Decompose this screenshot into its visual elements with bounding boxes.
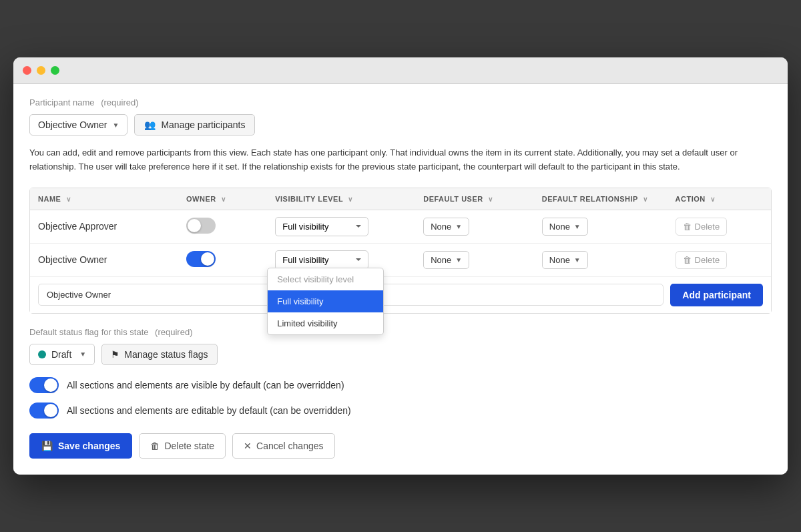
col-header-default-user: DEFAULT USER ∨	[415, 188, 534, 210]
delete-row-button-2[interactable]: 🗑 Delete	[676, 251, 728, 269]
row-name-1: Objective Approver	[30, 210, 178, 243]
default-rel-dropdown-2[interactable]: None ▼	[542, 251, 588, 269]
chevron-down-icon: ▼	[112, 121, 119, 129]
default-user-dropdown-1[interactable]: None ▼	[423, 218, 469, 236]
editable-toggle[interactable]	[29, 403, 59, 419]
editable-toggle-row: All sections and elements are editable b…	[29, 403, 772, 419]
sort-icon-defrel: ∨	[643, 196, 648, 203]
col-header-visibility: VISIBILITY LEVEL ∨	[267, 188, 415, 210]
manage-participants-label: Manage participants	[161, 119, 245, 130]
app-window: Participant name (required) Objective Ow…	[13, 57, 788, 475]
chevron-down-icon: ▼	[574, 223, 581, 230]
visibility-dropdown-menu: Select visibility level Full visibility …	[267, 268, 384, 335]
participant-controls: Objective Owner ▼ 👥 Manage participants	[29, 114, 772, 136]
cancel-label: Cancel changes	[256, 441, 323, 451]
row-default-user-1: None ▼	[415, 210, 534, 243]
delete-row-button-1[interactable]: 🗑 Delete	[676, 218, 728, 236]
titlebar	[13, 57, 788, 84]
save-changes-button[interactable]: 💾 Save changes	[29, 433, 132, 459]
trash-icon: 🗑	[150, 441, 160, 451]
table-row: Objective Owner Full visibility Limited …	[30, 243, 771, 276]
row-action-2: 🗑 Delete	[668, 243, 771, 276]
table-header: NAME ∨ OWNER ∨ VISIBILITY LEVEL ∨ DEFAUL…	[30, 188, 771, 210]
flag-icon: ⚑	[111, 349, 119, 360]
row-visibility-1: Full visibility Limited visibility	[267, 210, 415, 243]
sort-icon-defuser: ∨	[488, 196, 493, 203]
table-body: Objective Approver Full visibility Limit…	[30, 210, 771, 276]
participants-table: NAME ∨ OWNER ∨ VISIBILITY LEVEL ∨ DEFAUL…	[30, 188, 771, 276]
sort-icon-vis: ∨	[348, 196, 353, 203]
delete-state-button[interactable]: 🗑 Delete state	[139, 433, 226, 459]
col-header-default-rel: DEFAULT RELATIONSHIP ∨	[534, 188, 668, 210]
save-label: Save changes	[58, 441, 120, 451]
row-default-rel-1: None ▼	[534, 210, 668, 243]
delete-state-label: Delete state	[164, 441, 214, 451]
vis-option-full[interactable]: Full visibility	[268, 290, 383, 312]
row-action-1: 🗑 Delete	[668, 210, 771, 243]
close-button[interactable]	[23, 66, 31, 75]
toggle-thumb-2	[201, 252, 214, 266]
participants-table-container: NAME ∨ OWNER ∨ VISIBILITY LEVEL ∨ DEFAUL…	[29, 188, 772, 314]
chevron-down-icon: ▼	[455, 223, 462, 230]
manage-status-flags-button[interactable]: ⚑ Manage status flags	[101, 344, 217, 365]
manage-participants-button[interactable]: 👥 Manage participants	[134, 114, 255, 136]
main-content: Participant name (required) Objective Ow…	[13, 84, 788, 475]
toggle-thumb-visible	[44, 378, 57, 392]
vis-option-placeholder[interactable]: Select visibility level	[268, 268, 383, 290]
col-header-action: ACTION ∨	[668, 188, 771, 210]
x-icon: ✕	[244, 441, 252, 451]
sort-icon-action: ∨	[710, 196, 716, 203]
toggle-thumb-editable	[44, 404, 57, 417]
status-controls: Draft ▼ ⚑ Manage status flags	[29, 344, 772, 365]
draft-dropdown[interactable]: Draft ▼	[29, 344, 95, 365]
visibility-select-1[interactable]: Full visibility Limited visibility	[275, 217, 368, 236]
row-name-2: Objective Owner	[30, 243, 178, 276]
sort-icon-owner: ∨	[221, 196, 226, 203]
row-owner-toggle-2	[178, 243, 267, 276]
save-icon: 💾	[41, 441, 53, 451]
maximize-button[interactable]	[51, 66, 59, 75]
chevron-down-icon: ▼	[574, 256, 581, 264]
col-header-owner: OWNER ∨	[178, 188, 267, 210]
owner-toggle-2[interactable]	[186, 251, 216, 267]
add-participant-button[interactable]: Add participant	[670, 284, 763, 306]
visible-toggle-row: All sections and elements are visible by…	[29, 377, 772, 393]
toggle-thumb-1	[188, 219, 201, 232]
sort-icon-name: ∨	[66, 196, 71, 203]
table-row: Objective Approver Full visibility Limit…	[30, 210, 771, 243]
participant-dropdown[interactable]: Objective Owner ▼	[29, 114, 127, 136]
default-rel-dropdown-1[interactable]: None ▼	[542, 218, 588, 236]
visible-toggle[interactable]	[29, 377, 59, 393]
row-owner-toggle-1	[178, 210, 267, 243]
vis-option-limited[interactable]: Limited visibility	[268, 312, 383, 334]
status-section: Default status flag for this state (requ…	[29, 327, 772, 419]
row-visibility-2: Full visibility Limited visibility Selec…	[267, 243, 415, 276]
participant-name-label: Participant name (required)	[29, 97, 772, 107]
row-default-user-2: None ▼	[415, 243, 534, 276]
visibility-select-2[interactable]: Full visibility Limited visibility	[275, 250, 368, 270]
trash-icon: 🗑	[683, 255, 692, 265]
col-header-name: NAME ∨	[30, 188, 178, 210]
manage-flags-label: Manage status flags	[124, 349, 208, 360]
draft-label: Draft	[51, 349, 71, 360]
description-text: You can add, edit and remove participant…	[29, 146, 772, 174]
owner-toggle-1[interactable]	[186, 218, 216, 234]
chevron-down-icon: ▼	[455, 256, 462, 264]
chevron-down-icon: ▼	[79, 350, 86, 358]
row-default-rel-2: None ▼	[534, 243, 668, 276]
default-user-dropdown-2[interactable]: None ▼	[423, 251, 469, 269]
editable-toggle-label: All sections and elements are editable b…	[67, 405, 351, 416]
cancel-changes-button[interactable]: ✕ Cancel changes	[232, 433, 334, 459]
people-icon: 👥	[144, 119, 156, 130]
participant-selected-value: Objective Owner	[38, 119, 107, 130]
minimize-button[interactable]	[37, 66, 45, 75]
trash-icon: 🗑	[683, 222, 692, 232]
add-participant-row: Add participant	[30, 276, 771, 313]
footer-actions: 💾 Save changes 🗑 Delete state ✕ Cancel c…	[29, 433, 772, 459]
visible-toggle-label: All sections and elements are visible by…	[67, 380, 344, 390]
draft-status-dot	[38, 350, 46, 358]
status-label: Default status flag for this state (requ…	[29, 327, 772, 337]
